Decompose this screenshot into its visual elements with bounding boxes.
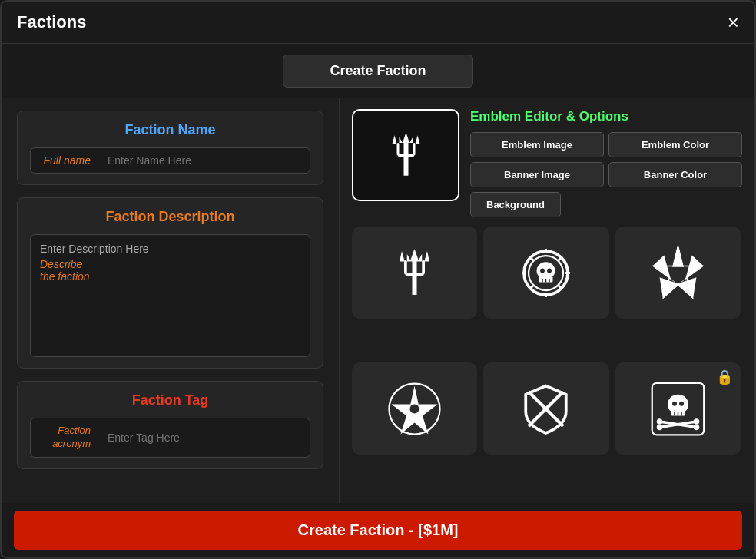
svg-line-22 xyxy=(530,286,534,289)
trident-preview-icon xyxy=(377,127,435,184)
emblem-editor-title: Emblem Editor & Options xyxy=(470,109,742,124)
create-faction-button[interactable]: Create Faction - [$1M] xyxy=(14,511,742,550)
emblem-option-skull-crossbones[interactable]: 🔒 xyxy=(615,362,741,455)
faction-tag-title: Faction Tag xyxy=(30,392,310,408)
svg-point-11 xyxy=(547,268,552,273)
emblem-row: Emblem Editor & Options Emblem Image Emb… xyxy=(352,109,742,217)
skull-crossbones-icon xyxy=(649,380,707,438)
svg-rect-1 xyxy=(413,143,415,156)
full-name-label: Full name xyxy=(31,148,100,173)
faction-name-section: Faction Name Full name xyxy=(17,111,323,185)
tab-bar: Create Faction xyxy=(2,44,754,98)
emblem-option-shield[interactable] xyxy=(483,362,608,455)
emblem-color-button[interactable]: Emblem Color xyxy=(608,132,742,157)
svg-rect-5 xyxy=(406,273,424,276)
svg-marker-31 xyxy=(661,279,678,297)
faction-tag-input-row: Faction acronym xyxy=(30,418,310,458)
bottom-bar: Create Faction - [$1M] xyxy=(2,503,754,557)
svg-point-48 xyxy=(657,418,663,425)
left-panel: Faction Name Full name Faction Descripti… xyxy=(2,98,340,503)
skull-ring-icon xyxy=(517,244,575,302)
emblem-grid: 🔒 xyxy=(352,227,742,492)
svg-marker-32 xyxy=(654,256,669,277)
svg-point-49 xyxy=(694,424,700,430)
svg-line-19 xyxy=(530,256,534,260)
faction-acronym-label: Faction acronym xyxy=(31,418,100,457)
emblem-option-trident[interactable] xyxy=(352,227,477,319)
svg-line-21 xyxy=(559,256,562,260)
emblem-preview xyxy=(352,109,459,201)
svg-marker-28 xyxy=(673,246,682,266)
lock-icon: 🔒 xyxy=(716,369,733,385)
banner-color-button[interactable]: Banner Color xyxy=(608,162,742,187)
trident-icon xyxy=(386,244,443,302)
modal-header: Factions × xyxy=(2,2,754,44)
emblem-image-button[interactable]: Emblem Image xyxy=(470,132,604,157)
modal-title: Factions xyxy=(17,12,86,32)
svg-rect-3 xyxy=(404,260,407,274)
create-faction-tab[interactable]: Create Faction xyxy=(283,55,472,88)
faction-tag-section: Faction Tag Faction acronym xyxy=(17,381,323,469)
description-hint: Describe the faction xyxy=(40,258,300,283)
svg-point-41 xyxy=(672,401,677,405)
emblem-option-star[interactable] xyxy=(615,227,741,319)
faction-description-section: Faction Description Enter Description He… xyxy=(17,197,323,369)
faction-name-title: Faction Name xyxy=(30,122,310,138)
svg-marker-30 xyxy=(678,279,695,297)
emblem-option-circle-star[interactable] xyxy=(352,362,477,455)
right-panel: Emblem Editor & Options Emblem Image Emb… xyxy=(340,98,754,503)
emblem-option-skull-ring[interactable] xyxy=(483,227,608,319)
close-button[interactable]: × xyxy=(728,12,739,32)
option-buttons-grid: Emblem Image Emblem Color Banner Image B… xyxy=(470,132,742,187)
svg-point-10 xyxy=(540,268,545,273)
svg-point-42 xyxy=(679,401,684,405)
faction-tag-input[interactable] xyxy=(100,425,310,450)
modal-body: Faction Name Full name Faction Descripti… xyxy=(2,98,754,503)
svg-line-20 xyxy=(559,286,562,289)
faction-description-textarea[interactable]: Enter Description Here Describe the fact… xyxy=(30,234,310,357)
svg-point-35 xyxy=(410,404,419,413)
svg-marker-29 xyxy=(687,256,702,277)
background-button[interactable]: Background xyxy=(470,192,561,217)
shield-icon xyxy=(517,380,575,438)
star-icon xyxy=(649,244,707,302)
faction-name-input-row: Full name xyxy=(30,147,310,174)
faction-name-input[interactable] xyxy=(100,148,310,173)
modal-container: Factions × Create Faction Faction Name F… xyxy=(0,0,756,559)
svg-rect-4 xyxy=(422,260,425,274)
svg-point-50 xyxy=(657,424,663,430)
svg-rect-0 xyxy=(396,143,399,156)
faction-description-title: Faction Description xyxy=(30,209,310,225)
circle-star-icon xyxy=(386,380,443,438)
svg-point-51 xyxy=(694,418,700,425)
background-btn-row: Background xyxy=(470,192,742,217)
svg-rect-2 xyxy=(398,154,414,157)
banner-image-button[interactable]: Banner Image xyxy=(470,162,604,187)
emblem-options: Emblem Editor & Options Emblem Image Emb… xyxy=(470,109,742,217)
description-placeholder: Enter Description Here xyxy=(40,243,300,255)
